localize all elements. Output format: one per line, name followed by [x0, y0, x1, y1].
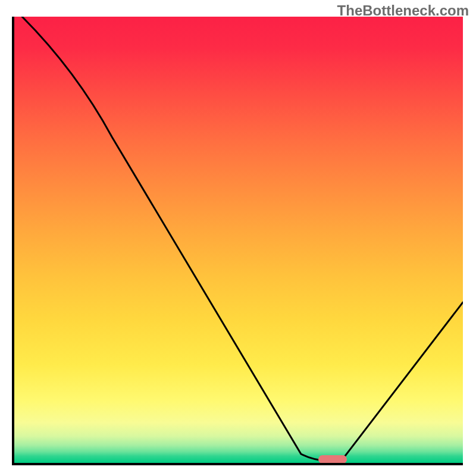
optimal-marker [318, 455, 347, 463]
watermark-text: TheBottleneck.com [337, 2, 469, 19]
plot-area [13, 17, 463, 463]
chart-container: TheBottleneck.com [0, 0, 476, 476]
x-axis [13, 463, 463, 465]
y-axis [12, 17, 14, 465]
gradient-background [13, 17, 463, 463]
